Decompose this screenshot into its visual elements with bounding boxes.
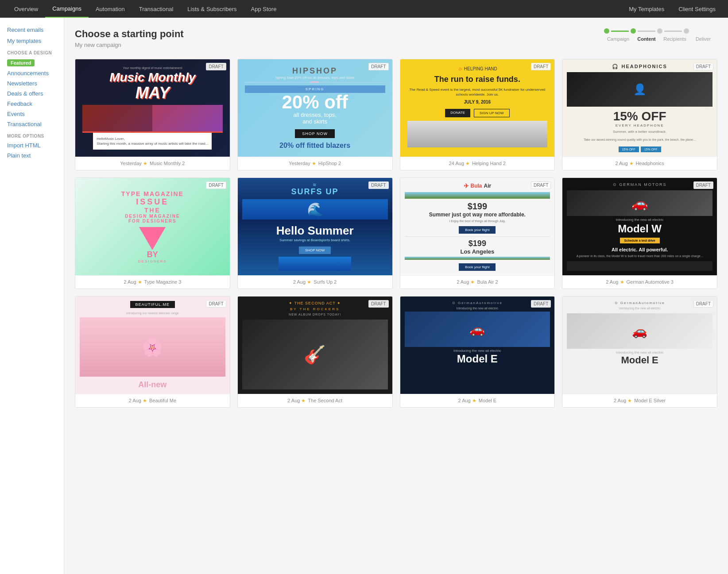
nav-item-lists-subscribers[interactable]: Lists & Subscribers [180, 0, 244, 18]
preview-hp-btn2: 15% OFF [641, 146, 661, 152]
template-card-second-act[interactable]: DRAFT ✦ THE SECOND ACT ✦ BY THE ROCKERS … [237, 296, 393, 408]
preview-bm-all-new: All-new [138, 380, 167, 389]
preview-shop-btn: SHOP NOW [295, 129, 335, 138]
preview-ba-tagline: Summer just got way more affordable. [429, 212, 526, 218]
preview-hp-logo: 🎧 HEADPHONICS [612, 64, 667, 69]
template-card-music-monthly[interactable]: DRAFT Your monthly digest of music enter… [75, 59, 230, 170]
preview-cs-title: Model E [621, 354, 658, 366]
preview-hipshop-brand: HIPSHOP [292, 66, 337, 76]
sidebar: Recent emails My templates CHOOSE A DESI… [0, 18, 64, 574]
preview-hh-buttons: DONATE SIGN UP NOW [445, 109, 509, 117]
sidebar-feedback[interactable]: Feedback [7, 100, 57, 107]
template-card-hipshop[interactable]: DRAFT HIPSHOP Spring Sale 20% off on all… [237, 59, 393, 170]
sidebar-recent-emails[interactable]: Recent emails [7, 27, 57, 33]
template-date-surfs-up: 2 Aug [293, 279, 306, 285]
draft-badge-surfs-up: DRAFT [368, 181, 388, 189]
sidebar-plain-text[interactable]: Plain text [7, 152, 57, 159]
nav-item-campaigns[interactable]: Campaigns [45, 0, 89, 18]
template-date-headphonics: 2 Aug [615, 161, 627, 166]
preview-gm-btn: Schedule a test drive [620, 238, 660, 243]
preview-su-logo: ≋ [313, 182, 318, 187]
preview-bm-brand: BEAUTIFUL.ME [130, 301, 175, 308]
template-name-music: Music Monthly 2 [150, 161, 185, 166]
draft-badge-model-e-blue: DRAFT [531, 300, 551, 308]
preview-tm-brand: TYPE MAGAZINE [121, 190, 184, 197]
sidebar-import-html[interactable]: Import HTML [7, 142, 57, 149]
template-card-model-e-silver[interactable]: DRAFT ⊙ GermanAutomotive Introducing the… [562, 296, 717, 408]
nav-item-overview[interactable]: Overview [7, 0, 45, 18]
progress-dot-deliver [684, 28, 689, 34]
template-preview-type-magazine: TYPE MAGAZINE ISSUE THE DESIGN MAGAZINE … [75, 178, 230, 275]
template-meta-model-e-silver: 2 Aug ★ Model E Silver [562, 394, 717, 407]
template-name-hipshop: HipShop 2 [318, 161, 341, 166]
template-date-beautiful-me: 2 Aug [129, 398, 141, 403]
sidebar-newsletters[interactable]: Newsletters [7, 80, 57, 87]
preview-hp-subtext: Summer, with a better soundtrack. [613, 129, 666, 134]
preview-tm-issue: ISSUE [136, 197, 169, 207]
preview-ba-image [405, 192, 550, 199]
preview-tm-the: THE [144, 207, 161, 214]
preview-cb-logo: ⊙ GermanAutomotive [452, 301, 503, 305]
template-card-helping-hand[interactable]: DRAFT 🤝 HELPING HAND The run to raise fu… [400, 59, 555, 170]
featured-badge[interactable]: Featured [7, 59, 35, 66]
preview-su-subtitle: Summer savings at Boardsports board shir… [279, 238, 350, 242]
nav-item-automation[interactable]: Automation [89, 0, 132, 18]
template-meta-music: Yesterday ★ Music Monthly 2 [75, 157, 230, 170]
template-name-german-automotive: German Automotive 3 [627, 279, 674, 285]
nav-my-templates[interactable]: My Templates [623, 0, 670, 18]
progress-track [604, 28, 717, 34]
preview-cs-intro: Introducing the new all electric [616, 351, 664, 354]
template-date-german-automotive: 2 Aug [606, 279, 618, 285]
template-preview-hipshop: HIPSHOP Spring Sale 20% off on all dress… [238, 59, 392, 157]
template-name-model-e-silver: Model E Silver [634, 398, 666, 403]
sidebar-events[interactable]: Events [7, 111, 57, 117]
progress-line-3 [664, 31, 682, 32]
template-meta-hipshop: Yesterday ★ HipShop 2 [238, 157, 392, 170]
preview-sa-band: BY THE ROCKERS [290, 307, 340, 311]
preview-hh-subtitle: The Read & Speed event is the largest, m… [407, 87, 548, 97]
template-name-second-act: The Second Act [308, 398, 342, 403]
template-card-type-magazine[interactable]: DRAFT TYPE MAGAZINE ISSUE THE DESIGN MAG… [75, 177, 230, 289]
preview-hipshop-text1: all dresses, tops, [293, 112, 337, 118]
sidebar-my-templates[interactable]: My templates [7, 38, 57, 44]
draft-badge-headphonics: DRAFT [693, 63, 713, 70]
nav-item-transactional[interactable]: Transactional [132, 0, 181, 18]
template-star-beautiful-me: ★ [143, 398, 147, 403]
templates-grid: DRAFT Your monthly digest of music enter… [75, 59, 717, 408]
template-card-surfs-up[interactable]: DRAFT ≋ SURFS UP 🌊 Hello Summer Summer s… [237, 177, 393, 289]
preview-ba-price2: $199 [469, 239, 486, 248]
preview-ba-image2 [405, 257, 550, 260]
preview-cb-subtitle: Introducing the new all electric [457, 307, 498, 310]
preview-cb-title: Model E [457, 353, 498, 365]
nav-item-app-store[interactable]: App Store [244, 0, 284, 18]
more-options-title: MORE OPTIONS [7, 134, 57, 139]
draft-badge-bula-air: DRAFT [531, 181, 551, 189]
sidebar-transactional[interactable]: Transactional [7, 121, 57, 127]
template-date-model-e-blue: 2 Aug [458, 398, 471, 403]
template-card-beautiful-me[interactable]: DRAFT BEAUTIFUL.ME Introducing our newes… [75, 296, 230, 408]
preview-gm-image: 🚗 [567, 190, 713, 216]
preview-hipshop-sale: Spring Sale 20% off on all dresses, tops… [275, 76, 354, 80]
content-area: Choose a starting point My new campaign … [64, 18, 728, 574]
preview-hipshop-sub: 20% off fitted blazers [279, 142, 350, 150]
preview-sa-album-label: NEW ALBUM DROPS TODAY! [289, 313, 341, 316]
nav-client-settings[interactable]: Client Settings [673, 0, 721, 18]
preview-music-month: MAY [136, 84, 170, 102]
sidebar-deals-offers[interactable]: Deals & offers [7, 90, 57, 97]
top-navigation: Overview Campaigns Automation Transactio… [0, 0, 728, 18]
template-card-model-e-blue[interactable]: DRAFT ⊙ GermanAutomotive Introducing the… [400, 296, 555, 408]
sidebar-announcements[interactable]: Announcements [7, 70, 57, 77]
template-card-bula-air[interactable]: DRAFT ✈ BulaAir $199 Summer just got way… [400, 177, 555, 289]
preview-bm-tagline: Introducing our newest skincare range [126, 312, 179, 315]
template-preview-second-act: ✦ THE SECOND ACT ✦ BY THE ROCKERS NEW AL… [238, 297, 392, 394]
page-subtitle: My new campaign [75, 42, 184, 48]
preview-tm-by-label: FOR DESIGNERS [128, 219, 177, 223]
template-card-german-automotive[interactable]: DRAFT ⊙ GERMAN MOTORS 🚗 Introducing the … [562, 177, 717, 289]
template-card-headphonics[interactable]: DRAFT 🎧 HEADPHONICS 👤 15% OFF EVERY HEAD… [562, 59, 717, 170]
preview-music-header: Your monthly digest of music entertainme… [123, 66, 182, 69]
template-star-second-act: ★ [301, 398, 306, 403]
template-preview-bula-air: ✈ BulaAir $199 Summer just got way more … [400, 178, 555, 275]
template-star-hipshop: ★ [312, 161, 316, 166]
draft-badge-second-act: DRAFT [368, 300, 388, 308]
template-name-model-e-blue: Model E [479, 398, 496, 403]
